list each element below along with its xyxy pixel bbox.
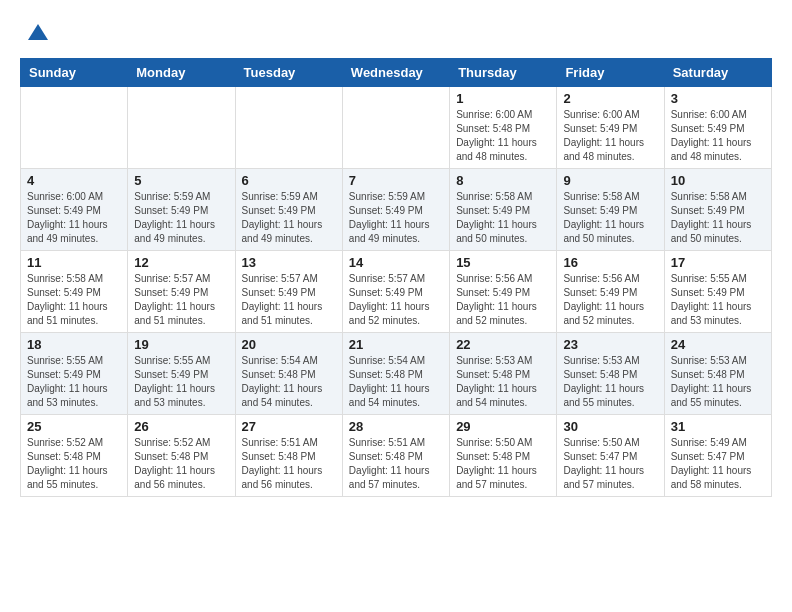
day-info: Sunrise: 5:59 AM Sunset: 5:49 PM Dayligh…	[242, 190, 336, 246]
page-header	[20, 20, 772, 48]
day-number: 9	[563, 173, 657, 188]
calendar-cell: 14Sunrise: 5:57 AM Sunset: 5:49 PM Dayli…	[342, 251, 449, 333]
calendar-cell: 18Sunrise: 5:55 AM Sunset: 5:49 PM Dayli…	[21, 333, 128, 415]
day-info: Sunrise: 5:53 AM Sunset: 5:48 PM Dayligh…	[456, 354, 550, 410]
calendar-cell: 5Sunrise: 5:59 AM Sunset: 5:49 PM Daylig…	[128, 169, 235, 251]
calendar-week-row: 18Sunrise: 5:55 AM Sunset: 5:49 PM Dayli…	[21, 333, 772, 415]
day-number: 3	[671, 91, 765, 106]
day-header-sunday: Sunday	[21, 59, 128, 87]
day-number: 12	[134, 255, 228, 270]
day-info: Sunrise: 5:58 AM Sunset: 5:49 PM Dayligh…	[563, 190, 657, 246]
day-number: 7	[349, 173, 443, 188]
day-info: Sunrise: 5:56 AM Sunset: 5:49 PM Dayligh…	[563, 272, 657, 328]
day-info: Sunrise: 5:59 AM Sunset: 5:49 PM Dayligh…	[134, 190, 228, 246]
calendar-header-row: SundayMondayTuesdayWednesdayThursdayFrid…	[21, 59, 772, 87]
calendar-cell: 23Sunrise: 5:53 AM Sunset: 5:48 PM Dayli…	[557, 333, 664, 415]
day-header-friday: Friday	[557, 59, 664, 87]
day-info: Sunrise: 5:54 AM Sunset: 5:48 PM Dayligh…	[349, 354, 443, 410]
calendar-cell	[21, 87, 128, 169]
day-info: Sunrise: 5:58 AM Sunset: 5:49 PM Dayligh…	[456, 190, 550, 246]
calendar-cell: 2Sunrise: 6:00 AM Sunset: 5:49 PM Daylig…	[557, 87, 664, 169]
day-number: 13	[242, 255, 336, 270]
calendar-cell: 6Sunrise: 5:59 AM Sunset: 5:49 PM Daylig…	[235, 169, 342, 251]
day-header-saturday: Saturday	[664, 59, 771, 87]
day-header-thursday: Thursday	[450, 59, 557, 87]
day-number: 2	[563, 91, 657, 106]
day-header-tuesday: Tuesday	[235, 59, 342, 87]
calendar-week-row: 4Sunrise: 6:00 AM Sunset: 5:49 PM Daylig…	[21, 169, 772, 251]
day-info: Sunrise: 5:50 AM Sunset: 5:48 PM Dayligh…	[456, 436, 550, 492]
day-number: 6	[242, 173, 336, 188]
day-info: Sunrise: 5:49 AM Sunset: 5:47 PM Dayligh…	[671, 436, 765, 492]
calendar-cell: 13Sunrise: 5:57 AM Sunset: 5:49 PM Dayli…	[235, 251, 342, 333]
day-number: 17	[671, 255, 765, 270]
day-number: 19	[134, 337, 228, 352]
calendar-cell: 24Sunrise: 5:53 AM Sunset: 5:48 PM Dayli…	[664, 333, 771, 415]
day-number: 4	[27, 173, 121, 188]
day-number: 23	[563, 337, 657, 352]
calendar-cell	[235, 87, 342, 169]
day-number: 18	[27, 337, 121, 352]
calendar-cell: 22Sunrise: 5:53 AM Sunset: 5:48 PM Dayli…	[450, 333, 557, 415]
calendar-cell	[342, 87, 449, 169]
day-info: Sunrise: 5:55 AM Sunset: 5:49 PM Dayligh…	[671, 272, 765, 328]
day-number: 1	[456, 91, 550, 106]
calendar-week-row: 25Sunrise: 5:52 AM Sunset: 5:48 PM Dayli…	[21, 415, 772, 497]
day-number: 15	[456, 255, 550, 270]
logo-icon	[24, 20, 52, 48]
day-number: 21	[349, 337, 443, 352]
day-info: Sunrise: 6:00 AM Sunset: 5:49 PM Dayligh…	[671, 108, 765, 164]
day-number: 26	[134, 419, 228, 434]
day-info: Sunrise: 5:52 AM Sunset: 5:48 PM Dayligh…	[27, 436, 121, 492]
day-number: 14	[349, 255, 443, 270]
day-info: Sunrise: 5:52 AM Sunset: 5:48 PM Dayligh…	[134, 436, 228, 492]
day-number: 10	[671, 173, 765, 188]
day-info: Sunrise: 5:58 AM Sunset: 5:49 PM Dayligh…	[27, 272, 121, 328]
logo	[20, 20, 52, 48]
day-number: 22	[456, 337, 550, 352]
day-info: Sunrise: 5:51 AM Sunset: 5:48 PM Dayligh…	[242, 436, 336, 492]
day-info: Sunrise: 5:55 AM Sunset: 5:49 PM Dayligh…	[27, 354, 121, 410]
day-info: Sunrise: 5:59 AM Sunset: 5:49 PM Dayligh…	[349, 190, 443, 246]
calendar-cell: 31Sunrise: 5:49 AM Sunset: 5:47 PM Dayli…	[664, 415, 771, 497]
day-info: Sunrise: 5:50 AM Sunset: 5:47 PM Dayligh…	[563, 436, 657, 492]
day-number: 29	[456, 419, 550, 434]
calendar-cell: 11Sunrise: 5:58 AM Sunset: 5:49 PM Dayli…	[21, 251, 128, 333]
day-number: 30	[563, 419, 657, 434]
day-info: Sunrise: 6:00 AM Sunset: 5:48 PM Dayligh…	[456, 108, 550, 164]
day-info: Sunrise: 6:00 AM Sunset: 5:49 PM Dayligh…	[563, 108, 657, 164]
day-number: 20	[242, 337, 336, 352]
calendar-cell: 1Sunrise: 6:00 AM Sunset: 5:48 PM Daylig…	[450, 87, 557, 169]
calendar-cell: 21Sunrise: 5:54 AM Sunset: 5:48 PM Dayli…	[342, 333, 449, 415]
day-info: Sunrise: 5:54 AM Sunset: 5:48 PM Dayligh…	[242, 354, 336, 410]
calendar-cell: 28Sunrise: 5:51 AM Sunset: 5:48 PM Dayli…	[342, 415, 449, 497]
calendar-cell: 9Sunrise: 5:58 AM Sunset: 5:49 PM Daylig…	[557, 169, 664, 251]
calendar-cell: 30Sunrise: 5:50 AM Sunset: 5:47 PM Dayli…	[557, 415, 664, 497]
day-info: Sunrise: 5:51 AM Sunset: 5:48 PM Dayligh…	[349, 436, 443, 492]
day-number: 25	[27, 419, 121, 434]
calendar-cell: 4Sunrise: 6:00 AM Sunset: 5:49 PM Daylig…	[21, 169, 128, 251]
day-info: Sunrise: 5:58 AM Sunset: 5:49 PM Dayligh…	[671, 190, 765, 246]
calendar-cell: 15Sunrise: 5:56 AM Sunset: 5:49 PM Dayli…	[450, 251, 557, 333]
calendar-cell: 20Sunrise: 5:54 AM Sunset: 5:48 PM Dayli…	[235, 333, 342, 415]
day-number: 5	[134, 173, 228, 188]
calendar-cell: 16Sunrise: 5:56 AM Sunset: 5:49 PM Dayli…	[557, 251, 664, 333]
day-number: 11	[27, 255, 121, 270]
day-number: 31	[671, 419, 765, 434]
calendar-week-row: 11Sunrise: 5:58 AM Sunset: 5:49 PM Dayli…	[21, 251, 772, 333]
day-header-wednesday: Wednesday	[342, 59, 449, 87]
calendar-cell: 12Sunrise: 5:57 AM Sunset: 5:49 PM Dayli…	[128, 251, 235, 333]
day-number: 28	[349, 419, 443, 434]
calendar-cell: 7Sunrise: 5:59 AM Sunset: 5:49 PM Daylig…	[342, 169, 449, 251]
calendar-cell: 17Sunrise: 5:55 AM Sunset: 5:49 PM Dayli…	[664, 251, 771, 333]
calendar-cell	[128, 87, 235, 169]
day-number: 24	[671, 337, 765, 352]
day-info: Sunrise: 5:57 AM Sunset: 5:49 PM Dayligh…	[349, 272, 443, 328]
day-info: Sunrise: 5:56 AM Sunset: 5:49 PM Dayligh…	[456, 272, 550, 328]
calendar-cell: 3Sunrise: 6:00 AM Sunset: 5:49 PM Daylig…	[664, 87, 771, 169]
day-info: Sunrise: 5:57 AM Sunset: 5:49 PM Dayligh…	[242, 272, 336, 328]
day-number: 8	[456, 173, 550, 188]
calendar-cell: 19Sunrise: 5:55 AM Sunset: 5:49 PM Dayli…	[128, 333, 235, 415]
day-info: Sunrise: 5:57 AM Sunset: 5:49 PM Dayligh…	[134, 272, 228, 328]
calendar-cell: 10Sunrise: 5:58 AM Sunset: 5:49 PM Dayli…	[664, 169, 771, 251]
